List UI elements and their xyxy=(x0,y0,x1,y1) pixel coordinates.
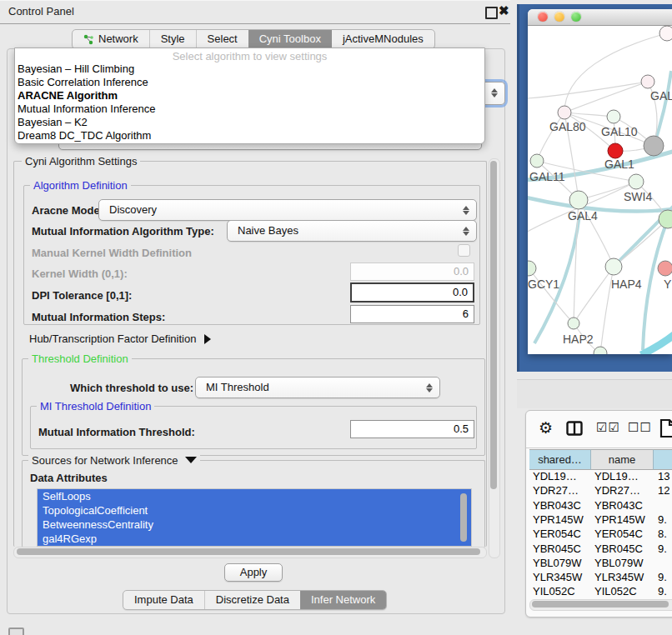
table-cell[interactable]: YBL079W xyxy=(594,556,656,570)
dropdown-item[interactable]: Basic Correlation Inference xyxy=(15,76,484,89)
table-hscrollbar-thumb[interactable] xyxy=(532,601,669,608)
horizontal-scrollbar-thumb[interactable] xyxy=(17,548,480,555)
table-cell[interactable]: 9. xyxy=(658,570,672,584)
table-cell[interactable]: YDR27… xyxy=(594,483,656,498)
node-gal4[interactable] xyxy=(569,191,588,209)
column-header-shared-name[interactable]: shared… xyxy=(529,449,591,470)
table-cell[interactable]: 8. xyxy=(658,527,672,541)
dropdown-item-aracne[interactable]: ARACNE Algorithm xyxy=(15,89,484,102)
node-gal80[interactable] xyxy=(558,106,571,119)
node-gal10[interactable] xyxy=(607,110,620,123)
table-cell[interactable]: 9. xyxy=(658,584,672,598)
deselect-all-checkboxes-icon[interactable]: ☐☐ xyxy=(628,420,652,435)
node-gcy1[interactable] xyxy=(528,261,536,276)
table-cell[interactable]: YIL052C xyxy=(594,584,656,598)
hub-definition-toggle[interactable]: Hub/Transcription Factor Definition xyxy=(29,332,211,345)
vertical-scrollbar-track[interactable] xyxy=(489,158,500,558)
close-icon[interactable]: ✖ xyxy=(499,3,509,18)
manual-kernel-checkbox[interactable] xyxy=(458,244,470,257)
table-hscrollbar-track[interactable] xyxy=(529,599,672,611)
list-item[interactable]: gal4RGexp xyxy=(38,532,471,546)
aracne-mode-combo[interactable]: Discovery xyxy=(98,199,477,221)
table-cell[interactable]: YDL19… xyxy=(594,469,656,483)
node-selected-red[interactable] xyxy=(608,143,623,158)
table-cell[interactable]: YER054C xyxy=(594,527,656,541)
list-scrollbar[interactable] xyxy=(460,493,467,542)
zoom-traffic-light-icon[interactable] xyxy=(571,12,581,22)
table-cell[interactable]: YIL052C xyxy=(533,584,591,598)
column-header-partial[interactable]: A xyxy=(654,449,672,470)
table-cell[interactable]: YPR145W xyxy=(594,512,656,527)
tab-infer-network[interactable]: Infer Network xyxy=(300,591,386,609)
table-cell[interactable]: 9. xyxy=(658,542,672,556)
minimize-traffic-light-icon[interactable] xyxy=(554,12,564,22)
table-cell[interactable] xyxy=(658,498,672,512)
table-cell[interactable]: YPR145W xyxy=(533,512,591,527)
node-partial-top[interactable] xyxy=(659,26,672,41)
table-cell[interactable] xyxy=(658,556,672,570)
table-cell[interactable]: YDL19… xyxy=(533,469,591,483)
node-gal11[interactable] xyxy=(530,154,544,168)
tab-select[interactable]: Select xyxy=(196,30,248,48)
node-partial-bottom[interactable] xyxy=(594,347,607,354)
tab-jactivemnodules[interactable]: jActiveMNodules xyxy=(332,30,434,48)
table-cell[interactable]: YLR345W xyxy=(533,570,591,584)
table-cell[interactable]: YBR043C xyxy=(594,498,656,512)
tab-discretize-data-label: Discretize Data xyxy=(216,591,289,609)
apply-button[interactable]: Apply xyxy=(224,563,283,582)
table-cell[interactable]: YLR345W xyxy=(594,570,656,584)
vertical-scrollbar-thumb[interactable] xyxy=(490,161,497,489)
kernel-width-input[interactable]: 0.0 xyxy=(350,262,474,281)
network-canvas[interactable]: GAL7 GAL80 GAL10 GAL1 GAL11 GAL4 SWI4 GC… xyxy=(528,25,672,354)
tab-impute-data[interactable]: Impute Data xyxy=(123,591,204,609)
dropdown-placeholder: Select algorithm to view settings xyxy=(15,50,484,62)
tab-network[interactable]: Network xyxy=(73,30,149,48)
table-cell[interactable]: YBR043C xyxy=(533,498,591,512)
tab-style-label: Style xyxy=(161,30,185,48)
mi-threshold-input[interactable]: 0.5 xyxy=(350,420,474,438)
table-cell[interactable]: YBR045C xyxy=(594,542,656,556)
node-salmon[interactable] xyxy=(658,261,672,276)
float-window-icon[interactable] xyxy=(485,7,498,19)
table-cell[interactable]: 12 xyxy=(658,483,672,498)
dpi-tolerance-input[interactable]: 0.0 xyxy=(350,282,474,302)
node-hap2[interactable] xyxy=(568,318,579,329)
dropdown-item[interactable]: Bayesian – K2 xyxy=(15,116,484,129)
node-gal7[interactable] xyxy=(641,75,654,88)
table-cell[interactable]: YDR27… xyxy=(533,483,591,498)
node-hap4[interactable] xyxy=(605,258,622,275)
document-icon[interactable] xyxy=(659,418,672,438)
table-cell[interactable]: 9. xyxy=(658,512,672,527)
table-cell[interactable]: 13 xyxy=(658,469,672,483)
mi-threshold-group-title: MI Threshold Definition xyxy=(37,400,154,412)
node-swi4[interactable] xyxy=(629,174,644,189)
gear-icon[interactable]: ⚙ xyxy=(539,418,553,438)
tab-discretize-data[interactable]: Discretize Data xyxy=(204,591,300,609)
data-attributes-list[interactable]: SelfLoops TopologicalCoefficient Between… xyxy=(37,488,472,547)
table-cell[interactable]: YBL079W xyxy=(533,556,591,570)
columns-icon[interactable] xyxy=(566,421,583,436)
which-threshold-combo[interactable]: MI Threshold xyxy=(195,377,440,398)
list-item[interactable]: BetweennessCentrality xyxy=(38,518,471,532)
tab-style[interactable]: Style xyxy=(149,30,196,48)
mi-type-combo[interactable]: Naive Bayes xyxy=(227,220,477,242)
column-header-name[interactable]: name xyxy=(591,449,654,470)
node-gal1-gray[interactable] xyxy=(644,136,664,156)
dropdown-item[interactable]: Mutual Information Inference xyxy=(15,102,484,116)
dropdown-item[interactable]: Dream8 DC_TDC Algorithm xyxy=(15,129,484,142)
table-cell[interactable]: YER054C xyxy=(533,527,591,541)
table-cell[interactable]: YBR045C xyxy=(533,542,591,556)
tab-cyni-toolbox[interactable]: Cyni Toolbox xyxy=(248,30,332,48)
minimized-window-icon[interactable] xyxy=(8,628,24,635)
select-all-checkboxes-icon[interactable]: ☑☑ xyxy=(596,420,620,435)
node-label: GAL7 xyxy=(650,89,672,102)
network-window-titlebar[interactable] xyxy=(528,9,672,26)
control-panel-titlebar: Control Panel ✖ xyxy=(0,0,510,24)
mi-steps-input[interactable]: 6 xyxy=(350,305,474,323)
close-traffic-light-icon[interactable] xyxy=(538,12,548,22)
list-item[interactable]: SelfLoops xyxy=(38,489,471,503)
list-item[interactable]: TopologicalCoefficient xyxy=(38,503,471,518)
sources-group-title[interactable]: Sources for Network Inference xyxy=(28,454,200,467)
horizontal-scrollbar-track[interactable] xyxy=(13,547,487,558)
dropdown-item[interactable]: Bayesian – Hill Climbing xyxy=(15,62,484,76)
